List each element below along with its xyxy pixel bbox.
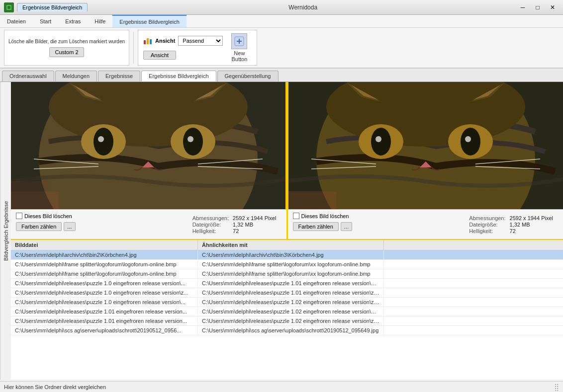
- close-button[interactable]: ✕: [546, 2, 559, 12]
- table-row[interactable]: C:\Users\mm\delphi\releases\puzzle 1.0 e…: [11, 288, 563, 298]
- svg-rect-47: [288, 191, 336, 209]
- svg-rect-2: [7, 6, 10, 9]
- maximize-button[interactable]: □: [531, 2, 544, 12]
- left-meta-grid: Abmessungen: 2592 x 1944 Pixel Dateigröß…: [192, 215, 277, 234]
- new-button-label: New Button: [231, 50, 247, 62]
- svg-rect-4: [147, 38, 149, 44]
- table-row[interactable]: C:\Users\mm\delphi\releases\puzzle 1.0 e…: [11, 298, 563, 307]
- svg-rect-5: [150, 39, 152, 44]
- left-delete-checkbox[interactable]: [16, 213, 22, 219]
- menubar: Dateien Start Extras Hilfe Ergebnisse Bi…: [0, 15, 563, 28]
- right-meta-grid: Abmessungen: 2592 x 1944 Pixel Dateigröß…: [469, 215, 553, 234]
- image-area: [11, 82, 563, 209]
- tab-ergebnisse-bildvergleich[interactable]: Ergebnisse Bildvergleich: [141, 71, 216, 81]
- left-dots-button[interactable]: ...: [64, 222, 75, 231]
- statusbar: Hier können Sie Ordner direkt vergleiche…: [0, 381, 563, 392]
- table-cell-aehnlichkeit: C:\Users\mm\delphi\releases\puzzle 1.02 …: [198, 316, 384, 325]
- left-abmessungen-value: 2592 x 1944 Pixel: [233, 215, 276, 221]
- table-cell-aehnlichkeit: C:\Users\mm\delphi\frame splitter\logofo…: [198, 260, 384, 269]
- cat-image-right: [288, 82, 563, 209]
- right-meta: Abmessungen: 2592 x 1944 Pixel Dateigröß…: [457, 210, 563, 239]
- svg-point-18: [94, 128, 113, 156]
- table-cell-aehnlichkeit: C:\Users\mm\delphi\frame splitter\logofo…: [198, 269, 384, 278]
- svg-rect-3: [144, 40, 146, 44]
- svg-rect-27: [11, 191, 59, 209]
- right-dots-button[interactable]: ...: [341, 222, 352, 231]
- new-button-icon: [231, 33, 247, 49]
- titlebar-ribbon-tab[interactable]: Ergebnisse Bildvergleich: [17, 3, 88, 11]
- left-abmessungen-label: Abmessungen:: [192, 215, 229, 221]
- image-info-panel-right: Dieses Bild löschen Farben zählen ...: [286, 210, 458, 239]
- table-cell-aehnlichkeit: C:\Users\mm\delphi\releases\puzzle 1.01 …: [198, 288, 384, 297]
- right-farben-button[interactable]: Farben zählen: [293, 222, 339, 231]
- tab-ordnerauswahl[interactable]: Ordnerauswahl: [2, 71, 54, 81]
- menu-start[interactable]: Start: [33, 15, 58, 27]
- right-abmessungen-value: 2592 x 1944 Pixel: [510, 215, 553, 221]
- table-row[interactable]: C:\Users\mm\delphi\releases\puzzle 1.01 …: [11, 316, 563, 326]
- cat-image-left: [11, 82, 285, 209]
- menu-hilfe[interactable]: Hilfe: [88, 15, 112, 27]
- window-controls: ─ □ ✕: [516, 2, 559, 12]
- table-cell-bilddatei: C:\Users\mm\delphi\releases\puzzle 1.0 e…: [11, 279, 198, 288]
- tab-meldungen[interactable]: Meldungen: [55, 71, 97, 81]
- app-title: Wernidoda: [90, 4, 516, 11]
- image-panel-left: [11, 82, 287, 209]
- table-cell-bilddatei: C:\Users\mm\delphi\archiv\cht\bin2\Körbc…: [11, 250, 198, 259]
- ribbon-group-delete-desc: Lösche alle Bilder, die zum Löschen mark…: [8, 39, 125, 44]
- svg-point-40: [375, 136, 381, 142]
- right-delete-label: Dieses Bild löschen: [301, 213, 349, 219]
- right-buttons-row: Farben zählen ...: [293, 222, 453, 231]
- image-panel-right: [287, 82, 563, 209]
- statusbar-grip: ⣿: [554, 383, 559, 391]
- svg-point-41: [465, 136, 471, 142]
- table-cell-aehnlichkeit: C:\Users\mm\delphi\scs ag\server\uploads…: [198, 326, 384, 335]
- menu-extras[interactable]: Extras: [58, 15, 88, 27]
- right-helligkeit-label: Helligkeit:: [469, 228, 505, 234]
- tab-ergebnisse[interactable]: Ergebnisse: [98, 71, 140, 81]
- col-bilddatei-header: Bilddatei: [11, 240, 198, 250]
- right-helligkeit-value: 72: [510, 228, 553, 234]
- right-delete-checkbox[interactable]: [293, 213, 299, 219]
- menu-dateien[interactable]: Dateien: [0, 15, 33, 27]
- table-row[interactable]: C:\Users\mm\delphi\releases\puzzle 1.01 …: [11, 307, 563, 316]
- table-cell-aehnlichkeit: C:\Users\mm\delphi\archiv\cht\bin3\Körbc…: [198, 250, 384, 259]
- left-dateigroesse-value: 1,32 MB: [233, 222, 276, 228]
- table-cell-bilddatei: C:\Users\mm\delphi\releases\puzzle 1.0 e…: [11, 288, 198, 297]
- table-header: Bilddatei Ähnlichkeiten mit: [11, 240, 563, 250]
- right-dateigroesse-value: 1,32 MB: [510, 222, 553, 228]
- left-delete-label: Dieses Bild löschen: [24, 213, 72, 219]
- table-row[interactable]: C:\Users\mm\delphi\archiv\cht\bin2\Körbc…: [11, 250, 563, 260]
- right-dateigroesse-label: Dateigröße:: [469, 222, 505, 228]
- table-row[interactable]: C:\Users\mm\delphi\releases\puzzle 1.0 e…: [11, 279, 563, 288]
- left-farben-button[interactable]: Farben zählen: [16, 222, 62, 231]
- table-row[interactable]: C:\Users\mm\delphi\frame splitter\logofo…: [11, 260, 563, 269]
- table-cell-bilddatei: C:\Users\mm\delphi\releases\puzzle 1.01 …: [11, 307, 198, 316]
- table-cell-bilddatei: C:\Users\mm\delphi\releases\puzzle 1.0 e…: [11, 298, 198, 307]
- svg-point-21: [188, 136, 193, 142]
- table-row[interactable]: C:\Users\mm\delphi\scs ag\server\uploads…: [11, 326, 563, 335]
- svg-rect-28: [11, 181, 49, 191]
- left-helligkeit-value: 72: [233, 228, 276, 234]
- table-cell-aehnlichkeit: C:\Users\mm\delphi\releases\puzzle 1.01 …: [198, 279, 384, 288]
- table-cell-aehnlichkeit: C:\Users\mm\delphi\releases\puzzle 1.02 …: [198, 307, 384, 316]
- table-cell-bilddatei: C:\Users\mm\delphi\scs ag\server\uploads…: [11, 326, 198, 335]
- side-label: Bildvergleich Ergebnisse: [0, 82, 11, 380]
- table-cell-aehnlichkeit: C:\Users\mm\delphi\releases\puzzle 1.02 …: [198, 298, 384, 307]
- tab-gegenueberstellung[interactable]: Gegenüberstellung: [217, 71, 279, 81]
- table-row[interactable]: C:\Users\mm\delphi\frame splitter\logofo…: [11, 269, 563, 279]
- ansicht-bottom-button[interactable]: Ansicht: [143, 51, 176, 60]
- table-body: C:\Users\mm\delphi\archiv\cht\bin2\Körbc…: [11, 250, 563, 335]
- minimize-button[interactable]: ─: [516, 2, 529, 12]
- svg-point-20: [98, 136, 104, 142]
- right-abmessungen-label: Abmessungen:: [469, 215, 505, 221]
- ansicht-select[interactable]: Passend Original Zoom: [178, 36, 223, 46]
- ribbon-group-ansicht: Ansicht Passend Original Zoom Ansicht Ne…: [138, 30, 257, 66]
- menu-ergebnisse-bildvergleich[interactable]: Ergebnisse Bildvergleich: [112, 15, 186, 27]
- ribbon-divider-1: [133, 32, 134, 64]
- chart-icon: [143, 36, 152, 45]
- left-helligkeit-label: Helligkeit:: [192, 228, 229, 234]
- svg-point-38: [371, 128, 391, 156]
- custom2-button[interactable]: Custom 2: [49, 47, 84, 57]
- image-info-row: Dieses Bild löschen Farben zählen ... Ab…: [11, 209, 563, 239]
- table-cell-bilddatei: C:\Users\mm\delphi\frame splitter\logofo…: [11, 269, 198, 278]
